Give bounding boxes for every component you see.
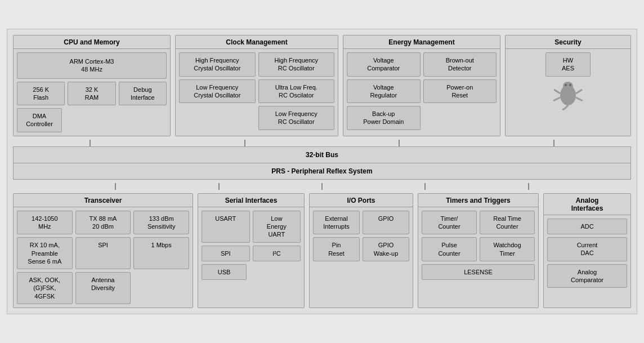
rx-box: RX 10 mA, Preamble Sense 6 mA [17, 237, 73, 269]
energy-title: Energy Management [343, 35, 500, 49]
conn-line-8 [424, 183, 426, 190]
arm-box: ARM Cortex-M3 48 MHz [17, 52, 167, 79]
bottom-connectors [13, 183, 631, 190]
svg-line-6 [576, 90, 582, 93]
conn-line-7 [321, 183, 323, 190]
backup-box: Back-up Power Domain [347, 106, 421, 130]
cpu-section: CPU and Memory ARM Cortex-M3 48 MHz 256 … [13, 35, 171, 136]
hwaes-box: HW AES [545, 52, 591, 77]
usb-box: USB [202, 264, 247, 280]
cpu-title: CPU and Memory [14, 35, 170, 49]
serial-spi-box: SPI [202, 246, 250, 261]
lfrc-box: Low Frequency RC Oscillator [258, 106, 335, 130]
timers-title: Timers and Triggers [418, 194, 538, 207]
top-row: CPU and Memory ARM Cortex-M3 48 MHz 256 … [13, 35, 631, 136]
timer-box: Timer/ Counter [422, 211, 477, 235]
timers-section: Timers and Triggers Timer/ Counter Real … [418, 193, 539, 308]
prs-box: PRS - Peripheral Reflex System [13, 163, 631, 180]
sens-box: 133 dBm Sensitivity [133, 211, 189, 235]
clock-title: Clock Management [176, 35, 338, 49]
io-title: I/O Ports [310, 194, 413, 207]
svg-line-7 [576, 97, 583, 101]
clock-section: Clock Management High Frequency Crystal … [175, 35, 338, 136]
lesense-box: LESENSE [422, 264, 535, 280]
vreg-box: Voltage Regulator [347, 79, 421, 104]
svg-point-3 [569, 84, 571, 86]
dac-box: Current DAC [547, 237, 627, 261]
bus-box: 32-bit Bus [13, 146, 631, 163]
svg-point-2 [565, 84, 567, 86]
tx-box: TX 88 mA 20 dBm [75, 211, 131, 235]
analog-section: Analog Interfaces ADC Current DAC Analog… [543, 193, 631, 308]
adc-box: ADC [547, 219, 627, 234]
transceiver-title: Transceiver [14, 194, 193, 207]
flash-box: 256 K Flash [17, 82, 65, 106]
wdog-box: Watchdog Timer [480, 237, 535, 261]
spi-box: SPI [75, 237, 131, 269]
debug-box: Debug Interface [119, 82, 167, 106]
serial-section: Serial Interfaces USART Low Energy UART … [198, 193, 305, 308]
wake-box: GPIO Wake-up [363, 237, 409, 261]
bus-section: 32-bit Bus PRS - Peripheral Reflex Syste… [13, 146, 631, 180]
leuart-box: Low Energy UART [253, 211, 301, 243]
mbps-box: 1 Mbps [133, 237, 189, 269]
conn-line-6 [218, 183, 220, 190]
vcomp-box: Voltage Comparator [347, 52, 421, 77]
por-box: Power-on Reset [423, 79, 497, 104]
gecko-logo [551, 79, 585, 114]
bod-box: Brown-out Detector [423, 52, 497, 77]
rtc-box: Real Time Counter [480, 211, 535, 235]
ram-box: 32 K RAM [68, 82, 115, 106]
svg-line-4 [554, 90, 560, 93]
top-connectors [13, 140, 631, 146]
main-diagram: CPU and Memory ARM Cortex-M3 48 MHz 256 … [7, 29, 637, 314]
conn-line-1 [90, 140, 91, 146]
io-section: I/O Ports External Interrupts GPIO Pin R… [309, 193, 413, 308]
ulfreq-box: Ultra Low Freq. RC Oscilator [258, 79, 335, 104]
serial-title: Serial Interfaces [198, 194, 304, 207]
hfrc-box: High Frequency RC Oscillator [258, 52, 335, 77]
dma-box: DMA Controller [17, 108, 62, 132]
hfxo-box: High Frequency Crystal Oscillator [179, 52, 256, 77]
conn-line-3 [399, 140, 400, 146]
lfxo-box: Low Frequency Crystal Oscillator [179, 79, 256, 104]
conn-line-4 [553, 140, 554, 146]
pulse-box: Pulse Counter [422, 237, 477, 261]
gpio-box: GPIO [363, 211, 409, 235]
conn-line-9 [528, 183, 529, 190]
bottom-row: Transceiver 142-1050 MHz TX 88 mA 20 dBm… [13, 193, 631, 308]
pin-box: Pin Reset [313, 237, 360, 261]
usart-box: USART [202, 211, 250, 243]
ext-box: External Interrupts [313, 211, 360, 235]
conn-line-5 [115, 183, 116, 190]
comp-box: Analog Comparator [547, 264, 627, 288]
ant-box: Antenna Diversity [75, 272, 131, 304]
security-title: Security [506, 35, 630, 49]
analog-title: Analog Interfaces [544, 194, 630, 215]
gecko-svg [551, 79, 585, 110]
i2c-box: I²C [253, 246, 301, 261]
freq-box: 142-1050 MHz [17, 211, 73, 235]
transceiver-section: Transceiver 142-1050 MHz TX 88 mA 20 dBm… [13, 193, 193, 308]
svg-point-1 [563, 82, 573, 91]
ask-box: ASK, OOK, (G)FSK, 4GFSK [17, 272, 73, 304]
energy-section: Energy Management Voltage Comparator Bro… [343, 35, 500, 136]
svg-line-5 [553, 97, 560, 101]
conn-line-2 [244, 140, 245, 146]
security-section: Security HW AES [505, 35, 631, 136]
